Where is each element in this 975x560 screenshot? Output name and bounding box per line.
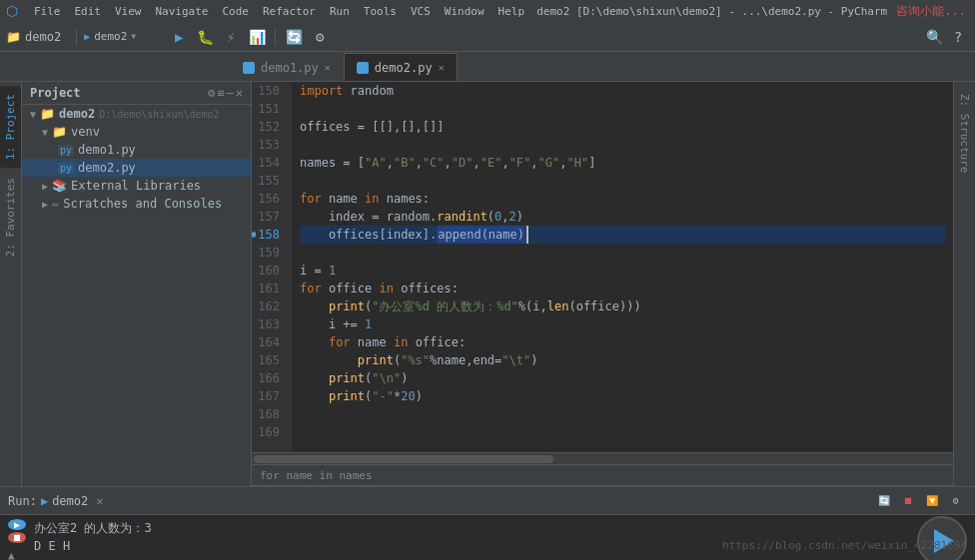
menu-view[interactable]: View (109, 3, 148, 20)
code-line-157: index = random.randint(0,2) (300, 208, 945, 226)
settings-button[interactable]: ⚙ (309, 26, 331, 48)
gutter-161: 161 (252, 280, 286, 297)
extlib-arrow-icon: ▶ (42, 181, 48, 192)
demo2-label: demo2.py (78, 161, 136, 175)
menu-edit[interactable]: Edit (69, 3, 108, 20)
run-config-name: demo2 (52, 494, 88, 508)
gutter-151: 151 (252, 100, 286, 118)
menu-vcs[interactable]: VCS (405, 3, 437, 20)
gutter-159: 159 (252, 244, 286, 262)
chinese-watermark: 咨询小能... (893, 3, 969, 20)
title-bar: ⬡ File Edit View Navigate Code Refactor … (0, 0, 975, 22)
gutter-156: 156 (252, 190, 286, 208)
menu-refactor[interactable]: Refactor (257, 3, 322, 20)
sidebar-expand-icon[interactable]: ≡ (217, 86, 224, 100)
profile-button[interactable]: 📊 (246, 26, 268, 48)
tree-external-libs[interactable]: ▶ 📚 External Libraries (22, 177, 251, 195)
run-scroll-up-button[interactable]: ▲ (8, 549, 26, 560)
run-play-side-button[interactable]: ▶ (8, 519, 26, 530)
tree-venv[interactable]: ▼ 📁 venv (22, 123, 251, 141)
gutter-168: 168 (252, 405, 286, 423)
menu-code[interactable]: Code (216, 3, 255, 20)
debug-button[interactable]: 🐛 (194, 26, 216, 48)
code-line-158: offices[index].append(name) (300, 226, 945, 244)
project-sidebar: Project ⚙ ≡ — ✕ ▼ 📁 demo2 D:\demo\shixun… (22, 82, 252, 486)
code-line-164: for name in office: (300, 333, 945, 351)
menu-window[interactable]: Window (439, 3, 490, 20)
search-everywhere-button[interactable]: 🔍 (923, 26, 945, 48)
scroll-thumb[interactable] (254, 455, 553, 463)
toolbar: 📁 demo2 ▶ demo2 ▼ ▶ 🐛 ⚡ 📊 🔄 ⚙ 🔍 ? (0, 22, 975, 52)
run-config-label: demo2 (94, 30, 127, 43)
demo1-label: demo1.py (78, 143, 136, 157)
favorites-vtab[interactable]: 2: Favorites (0, 170, 21, 265)
tab-demo1-close[interactable]: ✕ (325, 62, 331, 73)
run-side-buttons: ▶ ⏹ ▲ ▼ (8, 519, 26, 560)
run-big-play-button[interactable] (917, 516, 967, 561)
structure-vtab[interactable]: Z: Structure (954, 86, 975, 181)
menu-navigate[interactable]: Navigate (150, 3, 215, 20)
venv-arrow-icon: ▼ (42, 127, 48, 138)
gutter-150: 150 (252, 82, 286, 100)
gutter-154: 154 (252, 154, 286, 172)
code-line-153 (300, 136, 945, 154)
code-line-151 (300, 100, 945, 118)
gutter-162: 162 (252, 297, 286, 315)
tree-demo1[interactable]: py demo1.py (22, 141, 251, 159)
gutter-153: 153 (252, 136, 286, 154)
run-stop-button[interactable]: ⏹ (897, 490, 919, 512)
toolbar-separator-1 (76, 28, 77, 46)
code-line-156: for name in names: (300, 190, 945, 208)
gutter-160: 160 (252, 262, 286, 280)
tab-demo2-close[interactable]: ✕ (439, 62, 445, 73)
tree-root[interactable]: ▼ 📁 demo2 D:\demo\shixun\demo2 (22, 105, 251, 123)
sidebar-close-icon[interactable]: ✕ (236, 86, 243, 100)
run-config-dropdown[interactable]: ▶ demo2 ▼ (84, 26, 164, 48)
tree-scratches[interactable]: ▶ ✏ Scratches and Consoles (22, 195, 251, 213)
menu-bar: File Edit View Navigate Code Refactor Ru… (28, 3, 530, 20)
root-arrow-icon: ▼ (30, 109, 36, 120)
run-tab-close[interactable]: ✕ (96, 494, 103, 508)
run-stop-side-button[interactable]: ⏹ (8, 532, 26, 543)
gutter-157: 157 (252, 208, 286, 226)
run-filter-button[interactable]: 🔽 (921, 490, 943, 512)
menu-tools[interactable]: Tools (358, 3, 403, 20)
code-line-167: print("-"*20) (300, 387, 945, 405)
demo2-py-icon: py (58, 163, 74, 174)
menu-help[interactable]: Help (492, 3, 531, 20)
code-editor[interactable]: import random offices = [[],[],[]] names… (292, 82, 953, 452)
gutter-169: 169 (252, 423, 286, 441)
editor-scrollbar[interactable] (252, 452, 953, 464)
gutter-165: 165 (252, 351, 286, 369)
menu-file[interactable]: File (28, 3, 67, 20)
venv-folder-icon: 📁 (52, 125, 67, 139)
code-line-159 (300, 244, 945, 262)
sidebar-settings-icon[interactable]: ⚙ (208, 86, 215, 100)
run-config-icon: ▶ (84, 31, 90, 42)
sidebar-collapse-icon[interactable]: — (227, 86, 234, 100)
run-coverage-button[interactable]: ⚡ (220, 26, 242, 48)
tree-demo2[interactable]: py demo2.py (22, 159, 251, 177)
sidebar-header: Project ⚙ ≡ — ✕ (22, 82, 251, 105)
help-button[interactable]: ? (947, 26, 969, 48)
scratches-icon: ✏ (52, 197, 59, 211)
sidebar-title: Project (30, 86, 81, 100)
code-line-160: i = 1 (300, 262, 945, 280)
extlib-label: External Libraries (71, 179, 201, 193)
tab-demo1[interactable]: demo1.py ✕ (230, 53, 344, 81)
gutter-152: 152 (252, 118, 286, 136)
watermark: https://blog.csdn.net/weixin_42281694 (722, 539, 967, 552)
run-rerun-button[interactable]: 🔄 (873, 490, 895, 512)
update-button[interactable]: 🔄 (283, 26, 305, 48)
code-line-162: print("办公室%d 的人数为：%d"%(i,len(office))) (300, 297, 945, 315)
project-vtab[interactable]: 1: Project (0, 86, 21, 168)
gutter-155: 155 (252, 172, 286, 190)
project-tree-icon: 📁 (6, 30, 21, 44)
run-settings-icon[interactable]: ⚙ (945, 490, 967, 512)
code-line-152: offices = [[],[],[]] (300, 118, 945, 136)
menu-run[interactable]: Run (324, 3, 356, 20)
demo2-tab[interactable]: demo2 (25, 30, 61, 44)
tab-demo2[interactable]: demo2.py ✕ (344, 53, 458, 81)
scratches-label: Scratches and Consoles (63, 197, 222, 211)
run-button[interactable]: ▶ (168, 26, 190, 48)
